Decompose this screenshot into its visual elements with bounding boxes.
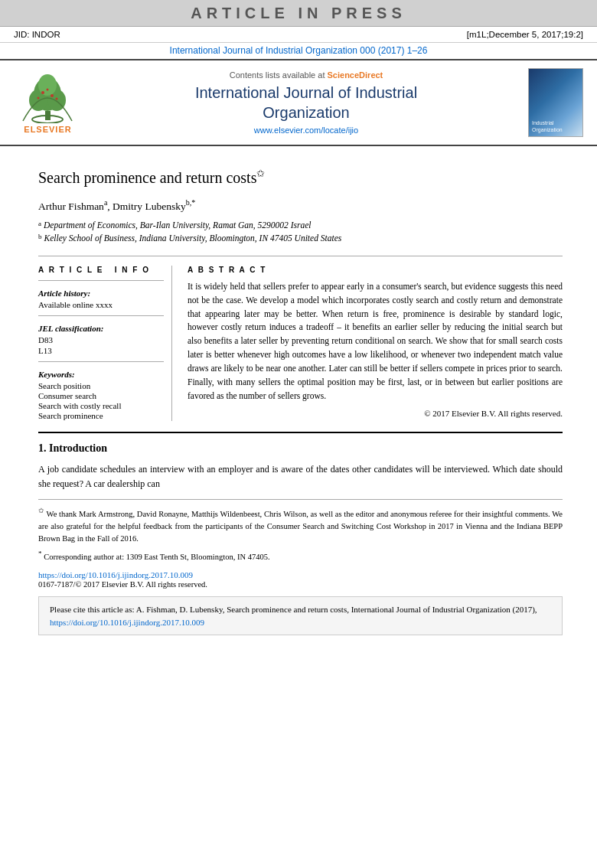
main-content: Search prominence and return costs✩ Arth… <box>0 146 597 643</box>
jel-label: JEL classification: <box>38 324 164 333</box>
keyword-3: Search with costly recall <box>38 401 164 410</box>
jel-d83: D83 <box>38 335 164 344</box>
cover-image: IndustrialOrganization <box>528 68 583 137</box>
citation-text: Please cite this article as: A. Fishman,… <box>50 605 537 614</box>
journal-title-line: International Journal of Industrial Orga… <box>0 43 597 60</box>
abstract-col: A B S T R A C T It is widely held that s… <box>188 266 563 421</box>
intro-paragraph: A job candidate schedules an interview w… <box>38 462 563 491</box>
history-value: Available online xxxx <box>38 300 164 309</box>
journal-header: ELSEVIER Contents lists available at Sci… <box>0 60 597 146</box>
citation-link[interactable]: https://doi.org/10.1016/j.ijindorg.2017.… <box>50 618 204 627</box>
article-title: Search prominence and return costs✩ <box>38 168 563 188</box>
author-2: , Dmitry Lubensky <box>107 201 185 212</box>
elsevier-tree-icon <box>15 71 80 123</box>
article-columns: A R T I C L E I N F O Article history: A… <box>38 266 563 421</box>
affil-1-sup: a <box>38 219 41 232</box>
elsevier-label: ELSEVIER <box>24 125 71 134</box>
keywords-label: Keywords: <box>38 370 164 379</box>
banner-text: ARTICLE IN PRESS <box>191 5 406 21</box>
affil-2-text: Kelley School of Business, Indiana Unive… <box>44 232 342 245</box>
journal-url: www.elsevier.com/locate/ijio <box>92 126 520 135</box>
jel-l13: L13 <box>38 346 164 355</box>
footnote-2-star: * <box>38 550 42 557</box>
info-divider-1 <box>38 280 164 281</box>
affiliation-1: a Department of Economics, Bar-Ilan Univ… <box>38 219 563 232</box>
journal-header-center: Contents lists available at ScienceDirec… <box>92 70 520 135</box>
affiliations: a Department of Economics, Bar-Ilan Univ… <box>38 219 563 246</box>
keyword-1: Search position <box>38 381 164 390</box>
history-label: Article history: <box>38 289 164 298</box>
jid-right: [m1L;December 5, 2017;19:2] <box>467 30 583 39</box>
authors: Arthur Fishmana, Dmitry Lubenskyb,* <box>38 198 563 213</box>
introduction-title: 1. Introduction <box>38 442 563 455</box>
title-star: ✩ <box>256 168 265 179</box>
citation-bar: Please cite this article as: A. Fishman,… <box>38 596 563 635</box>
author-2-sup: b,* <box>186 198 196 207</box>
abstract-header: A B S T R A C T <box>188 266 563 274</box>
info-divider-2 <box>38 315 164 316</box>
svg-point-6 <box>41 91 44 94</box>
affiliation-2: b Kelley School of Business, Indiana Uni… <box>38 232 563 245</box>
sciencedirect-line: Contents lists available at ScienceDirec… <box>92 70 520 80</box>
keyword-4: Search prominence <box>38 411 164 420</box>
divider-1 <box>38 256 563 256</box>
abstract-text: It is widely held that sellers prefer to… <box>188 280 563 403</box>
doi-copyright: 0167-7187/© 2017 Elsevier B.V. All right… <box>38 580 563 589</box>
svg-point-9 <box>38 97 40 100</box>
footnote-2: * Corresponding author at: 1309 East Ten… <box>38 549 563 563</box>
thick-divider <box>38 432 563 433</box>
article-in-press-banner: ARTICLE IN PRESS <box>0 0 597 27</box>
affil-2-sup: b <box>38 232 42 245</box>
footnote-1-text: We thank Mark Armstrong, David Ronayne, … <box>38 510 563 543</box>
jid-line: JID: INDOR [m1L;December 5, 2017;19:2] <box>0 27 597 43</box>
doi-url[interactable]: https://doi.org/10.1016/j.ijindorg.2017.… <box>38 570 193 579</box>
svg-point-5 <box>38 74 57 96</box>
cover-text: IndustrialOrganization <box>532 120 579 133</box>
svg-point-8 <box>47 89 49 91</box>
affil-1-text: Department of Economics, Bar-Ilan Univer… <box>44 219 312 232</box>
journal-name: International Journal of Industrial Orga… <box>92 83 520 122</box>
svg-point-10 <box>56 98 58 100</box>
footnote-2-text: Corresponding author at: 1309 East Tenth… <box>44 552 269 560</box>
journal-title-text: International Journal of Industrial Orga… <box>170 45 428 56</box>
sciencedirect-prefix: Contents lists available at <box>230 70 328 80</box>
footnote-1: ✩ We thank Mark Armstrong, David Ronayne… <box>38 506 563 545</box>
jid-left: JID: INDOR <box>14 30 60 39</box>
keyword-2: Consumer search <box>38 391 164 400</box>
author-1: Arthur Fishman <box>38 201 104 212</box>
info-divider-3 <box>38 361 164 362</box>
footnote-1-star: ✩ <box>38 507 44 514</box>
journal-cover: IndustrialOrganization <box>528 68 586 137</box>
elsevier-logo: ELSEVIER <box>11 71 84 134</box>
article-info: A R T I C L E I N F O Article history: A… <box>38 266 172 421</box>
footnotes-section: ✩ We thank Mark Armstrong, David Ronayne… <box>38 499 563 566</box>
svg-point-7 <box>51 94 54 97</box>
abstract-copyright: © 2017 Elsevier B.V. All rights reserved… <box>188 409 563 418</box>
sciencedirect-name: ScienceDirect <box>328 70 383 80</box>
article-info-header: A R T I C L E I N F O <box>38 266 164 274</box>
doi-link[interactable]: https://doi.org/10.1016/j.ijindorg.2017.… <box>38 570 563 579</box>
